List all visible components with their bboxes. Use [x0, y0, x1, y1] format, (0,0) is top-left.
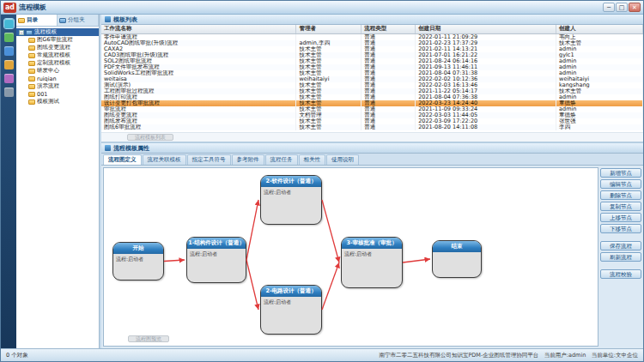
table-cell: 审批流程: [101, 106, 296, 112]
tree-item-label: 图G6审批流程: [37, 36, 73, 44]
table-row[interactable]: 设计变更打包审批流程技术主管普通2022-03-23 14:24:40覃德焕: [101, 100, 643, 106]
properties-panel: 流程模板属性 流程图定义流程关联模板指定工具符号参考附件流程任务相关性使用说明 …: [101, 143, 643, 348]
tree-tab-0[interactable]: 目录: [16, 15, 58, 26]
side-button[interactable]: 编辑节点: [600, 179, 641, 189]
column-header[interactable]: 创建日期: [416, 25, 556, 33]
flow-node[interactable]: 2-电路设计（普通）流程:启动者: [260, 285, 322, 335]
tab-3[interactable]: 参考附件: [232, 154, 264, 165]
expander-icon[interactable]: −: [19, 30, 24, 35]
table-cell: 图纸6审批流程: [101, 124, 296, 130]
tab-4[interactable]: 流程任务: [265, 154, 298, 165]
side-button-column: 新增节点编辑节点删除节点复制节点上移节点下移节点保存流程刷新流程流程校验: [600, 167, 641, 347]
monitor-icon[interactable]: [4, 33, 14, 42]
tree-item[interactable]: 常规流程模板: [16, 51, 99, 59]
tree-item[interactable]: ruiqian: [16, 75, 99, 82]
side-button[interactable]: 保存流程: [600, 241, 641, 250]
table-row[interactable]: CAD3图纸审批(升级)流程技术主管普通2021-07-01 16:21:22g…: [101, 52, 643, 58]
tree-item[interactable]: 定制流程模板: [16, 59, 99, 67]
side-button[interactable]: 删除节点: [600, 190, 641, 200]
flow-node[interactable]: 开始流程:启动者: [112, 242, 164, 281]
side-button[interactable]: 复制节点: [600, 202, 641, 211]
table-cell: 零件申请流程: [101, 33, 296, 40]
table-cell: admin: [556, 64, 643, 70]
folder-icon: [28, 92, 35, 97]
column-header[interactable]: 工作流名称: [101, 25, 296, 33]
flow-edge: [322, 262, 339, 310]
column-header[interactable]: 管理者: [296, 25, 361, 33]
table-cell: 2021-11-22 05:14:17: [416, 88, 556, 94]
minimize-button[interactable]: ─: [603, 3, 615, 12]
table-row[interactable]: SOL2图纸审批流程技术主管普通2021-08-24 06:14:16admin: [101, 58, 643, 64]
flow-node[interactable]: 2-软件设计（普通）流程:启动者: [260, 175, 322, 225]
table-cell: SolidWorks工程图审批流程: [101, 70, 296, 76]
table-row[interactable]: 零件申请流程普通2022-01-11 21:09:29韦向上: [101, 33, 643, 40]
tree-item-label: 研发中心: [37, 67, 59, 75]
table-row[interactable]: SolidWorks工程图审批流程技术主管普通2021-08-04 07:31:…: [101, 70, 643, 76]
properties-tabs: 流程图定义流程关联模板指定工具符号参考附件流程任务相关性使用说明: [101, 154, 643, 166]
object-count: 0 个对象: [6, 352, 28, 359]
icon-strip: [1, 15, 16, 348]
title-bar[interactable]: ad 流程模板 ─ □ ✕: [1, 1, 643, 15]
table-cell: admin: [556, 58, 643, 64]
chart-icon[interactable]: [4, 46, 14, 56]
flow-node[interactable]: 1-结构件设计（普通）流程:启动者: [186, 237, 246, 283]
table-row[interactable]: 审批流程技术主管普通2021-11-09 09:33:24admin: [101, 106, 643, 112]
tree-item-root[interactable]: −流程模板: [16, 28, 99, 36]
tree-tab-label: 分组夹: [68, 16, 85, 24]
tree-item[interactable]: 模板测试: [16, 98, 99, 106]
tree-item-label: 流程模板: [34, 28, 57, 36]
tree-tab-1[interactable]: 分组夹: [58, 15, 99, 26]
column-header[interactable]: 创建人: [556, 25, 643, 33]
user-icon[interactable]: [4, 74, 14, 83]
table-cell: admin: [556, 106, 643, 112]
table-row[interactable]: 工程图审批过程流程技术主管普通2021-11-22 05:14:17技术主管: [101, 88, 643, 94]
side-button[interactable]: 下移节点: [600, 224, 641, 233]
side-button[interactable]: 上移节点: [600, 213, 641, 222]
tab-1[interactable]: 流程关联模板: [143, 154, 186, 165]
main-area: 目录分组夹 −流程模板图G6审批流程图纸变更流程常规流程模板定制流程模板研发中心…: [1, 15, 643, 348]
table-row[interactable]: CAXA2技术主管普通2021-02-11 14:13:21admin: [101, 46, 643, 52]
side-button[interactable]: 刷新流程: [600, 252, 641, 262]
table-cell: 测试(演示): [101, 82, 296, 88]
table-row[interactable]: PDF文件审批发布流程技术主管普通2021-09-13 11:46:11admi…: [101, 64, 643, 70]
column-header[interactable]: 流程类型: [361, 25, 416, 33]
flow-node[interactable]: 结束: [432, 240, 482, 278]
table-cell: SOL2图纸审批流程: [101, 58, 296, 64]
home-icon[interactable]: [4, 19, 14, 28]
table-row[interactable]: weitaisaweihaitaiyi普通2022-02-02 10:12:36…: [101, 76, 643, 82]
table-cell: 普通: [361, 106, 416, 112]
tree-item-label: 常规流程模板: [37, 51, 70, 59]
table-cell: 技术主管: [296, 94, 361, 100]
side-button[interactable]: 新增节点: [600, 168, 641, 178]
table-row[interactable]: AutoCAD图纸审批(升级)流程admin,李四普通2021-02-23 17…: [101, 40, 643, 46]
settings-icon[interactable]: [4, 87, 14, 97]
table-row[interactable]: 图纸打印流程技术主管普通2021-08-04 07:36:38admin: [101, 94, 643, 100]
tree-item[interactable]: 图纸变更流程: [16, 44, 99, 51]
side-button[interactable]: 流程校验: [600, 269, 641, 279]
table-row[interactable]: 图纸变更流程文档管理普通2022-03-03 11:44:05覃德焕: [101, 112, 643, 118]
tree-tab-label: 目录: [27, 16, 38, 24]
flowchart-canvas[interactable]: 流程图预览 开始流程:启动者1-结构件设计（普通）流程:启动者2-软件设计（普通…: [103, 167, 598, 347]
mail-icon[interactable]: [4, 60, 14, 69]
table-row[interactable]: 测试(演示)技术主管普通2022-02-03 16:13:46kangshang: [101, 82, 643, 88]
tab-5[interactable]: 相关性: [299, 154, 326, 165]
table-cell: 普通: [361, 52, 416, 58]
table-cell: 2021-08-20 14:11:08: [416, 124, 556, 130]
folder-icon: [28, 61, 35, 66]
tree-item[interactable]: 001: [16, 90, 99, 98]
tree-item[interactable]: 图G6审批流程: [16, 36, 99, 44]
flow-edge: [246, 260, 258, 310]
tree-item[interactable]: 演示流程: [16, 82, 99, 90]
table-row[interactable]: 图纸6审批流程技术主管普通2021-08-20 14:11:08李四: [101, 124, 643, 130]
close-button[interactable]: ✕: [629, 3, 641, 12]
table-row[interactable]: 图纸发布流程技术主管普通2022-03-09 17:22:20张世强: [101, 118, 643, 124]
maximize-button[interactable]: □: [616, 3, 628, 12]
table-cell: admin: [556, 70, 643, 76]
properties-panel-icon: [105, 145, 111, 151]
tab-2[interactable]: 指定工具符号: [187, 154, 231, 165]
table-cell: weihaitaiyi: [296, 76, 361, 82]
tab-0[interactable]: 流程图定义: [103, 154, 142, 165]
tree-item[interactable]: 研发中心: [16, 67, 99, 75]
tab-6[interactable]: 使用说明: [326, 154, 359, 165]
flow-node[interactable]: 3-审核批准（审批）流程:启动者: [341, 237, 403, 288]
